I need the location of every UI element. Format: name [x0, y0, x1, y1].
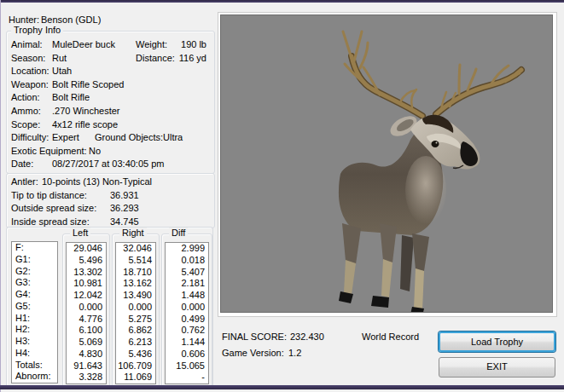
- measure-cell: 0.018: [166, 255, 208, 267]
- trophy-info-row: Location:Utah: [7, 65, 212, 78]
- window-bottom-edge: [0, 385, 564, 389]
- measure-cell: 0.762: [166, 325, 208, 337]
- trophy-info-row: Season:RutDistance:116 yd: [7, 52, 212, 66]
- window-left-edge: [0, 0, 1, 392]
- measure-row-label: H3:: [12, 336, 57, 348]
- field-label: Season:: [11, 52, 45, 66]
- measure-cell: 10.981: [67, 278, 106, 290]
- trophy-info-row: Scope:4x12 rifle scope: [7, 118, 212, 132]
- measure-cell: 13.302: [67, 267, 106, 279]
- measure-cell: 1.448: [166, 290, 208, 302]
- load-trophy-button[interactable]: Load Trophy: [439, 331, 555, 352]
- measure-cell: 15.065: [166, 360, 208, 372]
- measure-cell: 13.490: [116, 290, 155, 302]
- measure-cell: 0.000: [166, 302, 208, 314]
- field-label: Scope:: [11, 118, 40, 132]
- field-value: 116 yd: [179, 52, 206, 66]
- measure-row-label: G5:: [12, 301, 57, 313]
- measure-cell: 4.830: [67, 349, 106, 360]
- measure-cell: 5.496: [67, 255, 106, 267]
- measure-cell: 13.162: [116, 278, 155, 290]
- trophy-info-row: Action:Bolt Rifle: [7, 91, 212, 105]
- hunter-line: Hunter:Benson (GDL): [9, 14, 101, 26]
- trophy-info-row: Ammo:.270 Winchester: [7, 105, 212, 118]
- exit-button[interactable]: EXIT: [439, 357, 555, 378]
- measure-row-label: H4:: [12, 348, 57, 360]
- measure-row-label: F:: [12, 242, 57, 254]
- measure-cell: 6.862: [116, 325, 155, 337]
- measure-row-label: H2:: [12, 324, 57, 336]
- final-score-label: FINAL SCORE:: [222, 331, 287, 343]
- antler-value: 10-points (13) Non-Typical: [42, 176, 152, 188]
- field-label: Ground Objects:: [95, 131, 163, 145]
- antler-label: Antler:: [11, 176, 38, 188]
- antler-groupbox: Antler: 10-points (13) Non-Typical Tip t…: [6, 173, 215, 228]
- measure-cell: 91.643: [67, 360, 106, 372]
- measure-cell: 0.606: [166, 349, 208, 360]
- measure-cell: 106.709: [116, 360, 155, 372]
- field-value: Bolt Rifle Scoped: [52, 78, 124, 92]
- game-version-label: Game Version:: [222, 347, 284, 359]
- trophy-info-row: Weapon:Bolt Rifle Scoped: [7, 78, 212, 92]
- measure-cell: 18.710: [116, 267, 155, 279]
- field-label: Weapon:: [11, 78, 49, 92]
- field-value: Expert: [52, 131, 79, 145]
- field-label: Exotic Equipment:: [11, 145, 87, 159]
- measure-cell: 5.275: [116, 314, 155, 326]
- field-value: Rut: [52, 52, 67, 66]
- measure-cell: 11.069: [116, 372, 155, 383]
- trophy-info-row: Exotic Equipment:No: [7, 145, 212, 159]
- diff-values-panel: 2.9990.0185.4072.1811.4480.0000.4990.762…: [165, 242, 209, 384]
- trophy-image-frame: [218, 12, 557, 317]
- measure-row-label: G1:: [12, 254, 57, 266]
- field-label: Difficulty:: [11, 131, 49, 145]
- measure-cell: 4.776: [67, 314, 106, 326]
- hunter-value: Benson (GDL): [41, 14, 101, 25]
- measure-cell: 2.181: [166, 278, 208, 290]
- right-column-header: Right: [119, 228, 147, 239]
- field-value: Utah: [52, 65, 72, 78]
- field-label: Location:: [11, 65, 49, 78]
- outside-spread-label: Outside spread size:: [11, 202, 96, 215]
- field-label: Animal:: [11, 38, 43, 52]
- measure-row-label: G2:: [12, 266, 57, 278]
- trophy-image-viewport[interactable]: [220, 14, 553, 313]
- game-version-value: 1.2: [288, 347, 301, 359]
- world-record-badge: World Record: [362, 331, 419, 343]
- left-values-panel: 29.0465.49613.30210.98112.0420.0004.7766…: [66, 242, 107, 384]
- measure-cell: 0.000: [116, 302, 155, 314]
- deer-render: [221, 15, 553, 313]
- field-label: Date:: [11, 158, 33, 171]
- trophy-info-caption: Trophy Info: [11, 25, 63, 36]
- diff-column-groupbox: Diff 2.9990.0185.4072.1811.4480.0000.499…: [161, 233, 212, 387]
- measure-row-label: G4:: [12, 289, 57, 301]
- field-label: Weight:: [136, 38, 167, 52]
- field-value: 08/27/2017 at 03:40:05 pm: [52, 158, 165, 171]
- measure-cell: 2.999: [166, 243, 208, 255]
- field-label: Distance:: [136, 52, 175, 66]
- diff-column-header: Diff: [169, 228, 188, 239]
- measure-cell: 3.328: [67, 372, 106, 383]
- measure-cell: -: [166, 372, 208, 383]
- field-value: 190 lb: [181, 38, 206, 52]
- measure-cell: 6.213: [116, 337, 155, 349]
- deer-eye: [432, 141, 439, 147]
- field-value: No: [89, 145, 101, 159]
- measure-row-label: G3:: [12, 277, 57, 289]
- measure-cell: 5.069: [67, 337, 106, 349]
- tip-to-tip-row: Tip to tip distance: 36.931: [7, 189, 212, 202]
- measure-cell: 5.514: [116, 255, 155, 267]
- field-label: Action:: [11, 91, 40, 105]
- right-column-groupbox: Right 32.0465.51418.71013.16213.4900.000…: [112, 233, 160, 387]
- tip-to-tip-value: 36.931: [110, 189, 139, 202]
- trophy-info-row: Difficulty:ExpertGround Objects:Ultra: [7, 131, 212, 145]
- measure-row-label: Totals:: [12, 360, 57, 372]
- field-value: MuleDeer buck: [52, 38, 115, 52]
- measure-cell: 12.042: [67, 290, 106, 302]
- hunter-label: Hunter:: [9, 14, 41, 26]
- measure-cell: 1.144: [166, 337, 208, 349]
- measure-row-label: Abnorm:: [12, 371, 57, 383]
- right-values-panel: 32.0465.51418.71013.16213.4900.0005.2756…: [115, 242, 156, 384]
- measure-row-label: H1:: [12, 313, 57, 325]
- measure-cell: 5.436: [116, 349, 155, 360]
